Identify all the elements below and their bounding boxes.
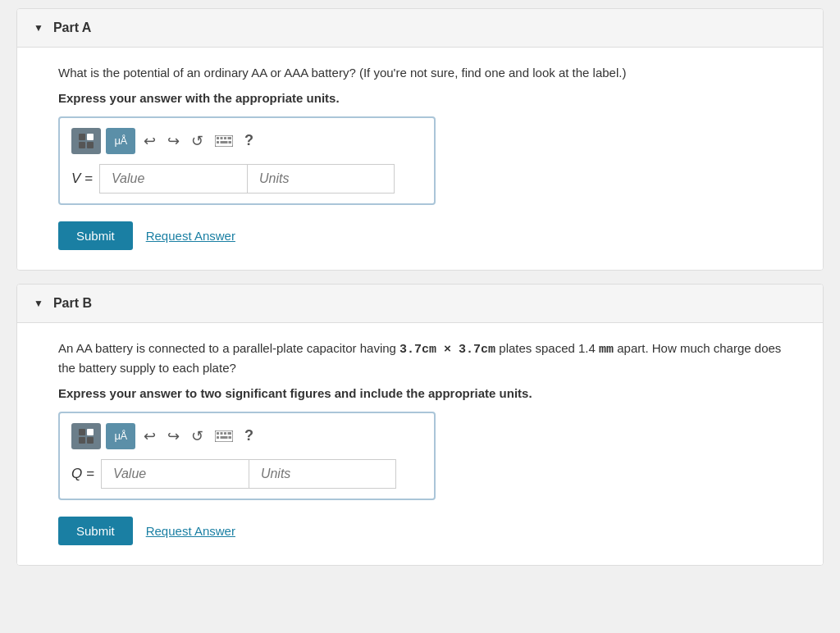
part-b-keyboard-button[interactable] <box>212 429 236 444</box>
part-b-grid-icon <box>79 429 94 444</box>
svg-rect-9 <box>217 432 219 435</box>
svg-rect-4 <box>228 137 232 139</box>
part-b-question-math1: 3.7cm × 3.7cm <box>399 343 495 357</box>
part-b-undo-button[interactable]: ↩ <box>140 426 159 447</box>
part-a-keyboard-button[interactable] <box>212 134 236 148</box>
svg-rect-5 <box>217 141 219 143</box>
part-a-redo-button[interactable]: ↪ <box>164 130 183 152</box>
part-a-help-label: ? <box>244 132 253 149</box>
part-a-keyboard-icon <box>215 135 233 147</box>
part-a-request-answer-button[interactable]: Request Answer <box>146 229 235 243</box>
part-b-body: An AA battery is connected to a parallel… <box>17 323 823 565</box>
part-a-body: What is the potential of an ordinary AA … <box>17 48 823 270</box>
part-b-instruction: Express your answer to two significant f… <box>58 386 782 400</box>
part-a-variable-label: V = <box>71 171 93 187</box>
part-a-toolbar: μÅ ↩ ↪ ↺ <box>71 128 422 154</box>
part-b-toolbar: μÅ ↩ ↪ ↺ <box>71 423 422 449</box>
svg-rect-12 <box>228 432 232 435</box>
part-a-action-row: Submit Request Answer <box>58 221 782 250</box>
part-b-question-prefix: An AA battery is connected to a parallel… <box>58 341 399 355</box>
part-b-grid-button[interactable] <box>71 423 101 449</box>
part-a-answer-box: μÅ ↩ ↪ ↺ <box>58 116 436 205</box>
part-b-request-answer-button[interactable]: Request Answer <box>146 524 235 538</box>
svg-rect-13 <box>217 436 219 439</box>
svg-rect-15 <box>229 436 232 439</box>
part-a-mu-button[interactable]: μÅ <box>106 128 135 154</box>
part-a-help-button[interactable]: ? <box>241 130 257 151</box>
svg-rect-7 <box>229 141 232 143</box>
part-a-units-input[interactable] <box>247 164 395 194</box>
part-b-value-input[interactable] <box>101 459 249 489</box>
part-b-action-row: Submit Request Answer <box>58 517 782 545</box>
part-a-chevron-icon: ▼ <box>34 22 43 34</box>
part-b-header[interactable]: ▼ Part B <box>17 285 823 323</box>
part-a-mu-label: μÅ <box>114 134 126 147</box>
part-b-help-button[interactable]: ? <box>241 426 257 446</box>
part-b-answer-box: μÅ ↩ ↪ ↺ <box>58 412 436 500</box>
svg-rect-6 <box>221 141 228 143</box>
part-a-instruction: Express your answer with the appropriate… <box>58 91 782 105</box>
part-b-question-mid: plates spaced 1.4 <box>495 341 599 355</box>
part-a-submit-button[interactable]: Submit <box>58 221 133 250</box>
part-b-question-math2: mm <box>599 343 614 357</box>
svg-rect-11 <box>224 432 226 435</box>
part-b-units-input[interactable] <box>249 459 396 489</box>
part-a-refresh-button[interactable]: ↺ <box>188 130 207 152</box>
part-a-grid-button[interactable] <box>71 128 101 154</box>
part-b-help-label: ? <box>244 427 253 444</box>
part-a-title: Part A <box>53 20 92 35</box>
part-b-chevron-icon: ▼ <box>34 298 43 309</box>
part-b-refresh-button[interactable]: ↺ <box>188 426 207 447</box>
svg-rect-14 <box>221 436 228 439</box>
svg-rect-2 <box>221 137 223 139</box>
part-b-redo-button[interactable]: ↪ <box>164 426 183 447</box>
part-b-mu-label: μÅ <box>114 430 126 442</box>
part-b-input-row: Q = <box>71 459 422 489</box>
part-a-question: What is the potential of an ordinary AA … <box>58 64 782 83</box>
part-a-grid-icon <box>79 134 94 148</box>
part-a-value-input[interactable] <box>99 164 247 194</box>
part-a-header[interactable]: ▼ Part A <box>17 9 823 48</box>
part-b-section: ▼ Part B An AA battery is connected to a… <box>16 284 824 566</box>
svg-rect-1 <box>217 137 219 139</box>
svg-rect-3 <box>224 137 226 139</box>
part-b-keyboard-icon <box>215 430 233 442</box>
part-a-input-row: V = <box>71 164 422 194</box>
part-a-undo-button[interactable]: ↩ <box>140 130 159 152</box>
part-b-variable-label: Q = <box>71 466 94 482</box>
part-b-title: Part B <box>53 296 92 311</box>
part-b-submit-button[interactable]: Submit <box>58 517 133 545</box>
part-a-section: ▼ Part A What is the potential of an ord… <box>16 8 824 271</box>
part-b-question: An AA battery is connected to a parallel… <box>58 339 782 378</box>
svg-rect-10 <box>221 432 223 435</box>
part-b-mu-button[interactable]: μÅ <box>106 423 135 449</box>
